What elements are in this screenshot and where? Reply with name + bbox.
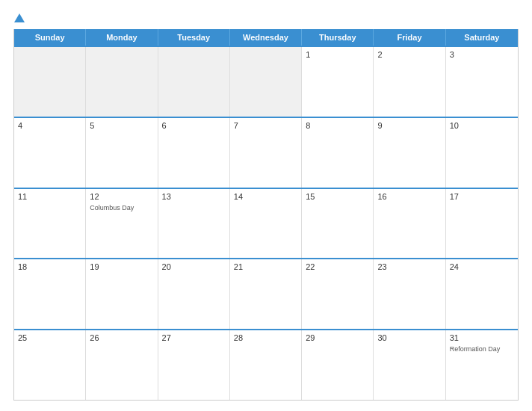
calendar-cell: 16 [374, 189, 445, 259]
day-header-thursday: Thursday [302, 29, 374, 46]
day-number: 21 [234, 262, 297, 271]
calendar-cell: 14 [230, 189, 302, 259]
logo [13, 13, 25, 23]
day-number: 9 [377, 121, 441, 130]
day-number: 5 [90, 121, 153, 130]
day-number: 6 [162, 121, 226, 130]
day-number: 12 [90, 192, 153, 201]
calendar-cell: 25 [14, 330, 86, 400]
day-number: 18 [18, 262, 81, 271]
day-header-saturday: Saturday [446, 29, 518, 46]
day-number: 29 [306, 333, 369, 342]
calendar-cell: 12Columbus Day [86, 189, 158, 259]
calendar-cell: 6 [158, 118, 230, 188]
calendar-cell: 7 [230, 118, 302, 188]
day-number: 10 [450, 121, 514, 130]
calendar-cell: 10 [446, 118, 518, 188]
calendar-cell: 19 [86, 259, 158, 329]
day-number: 4 [18, 121, 81, 130]
day-number: 28 [234, 333, 297, 342]
day-number: 14 [234, 192, 297, 201]
calendar-week-4: 18192021222324 [14, 258, 518, 329]
calendar-week-1: 123 [14, 46, 518, 117]
day-number: 31 [450, 333, 514, 342]
calendar-cell: 11 [14, 189, 86, 259]
calendar-cell: 15 [302, 189, 374, 259]
calendar-cell: 3 [446, 47, 518, 117]
calendar-cell: 31Reformation Day [446, 330, 518, 400]
day-number: 2 [377, 50, 441, 59]
day-number: 27 [162, 333, 226, 342]
day-number: 7 [234, 121, 297, 130]
day-header-wednesday: Wednesday [230, 29, 302, 46]
calendar-cell: 5 [86, 118, 158, 188]
calendar-cell: 2 [374, 47, 445, 117]
day-number: 3 [450, 50, 514, 59]
calendar-cell: 18 [14, 259, 86, 329]
day-number: 17 [450, 192, 514, 201]
calendar-cell: 24 [446, 259, 518, 329]
day-number: 30 [377, 333, 441, 342]
day-number: 25 [18, 333, 81, 342]
day-header-friday: Friday [374, 29, 445, 46]
calendar-cell [158, 47, 230, 117]
calendar-cell: 8 [302, 118, 374, 188]
calendar-week-3: 1112Columbus Day1314151617 [14, 188, 518, 259]
calendar-week-2: 45678910 [14, 117, 518, 188]
holiday-label: Reformation Day [450, 345, 501, 353]
holiday-label: Columbus Day [90, 204, 134, 211]
day-number: 22 [306, 262, 369, 271]
calendar-cell: 21 [230, 259, 302, 329]
day-number: 13 [162, 192, 226, 201]
day-number: 26 [90, 333, 153, 342]
calendar-cell: 27 [158, 330, 230, 400]
calendar-cell: 20 [158, 259, 230, 329]
day-number: 16 [377, 192, 441, 201]
calendar-cell: 1 [302, 47, 374, 117]
day-number: 1 [306, 50, 369, 59]
calendar-cell: 28 [230, 330, 302, 400]
day-header-monday: Monday [86, 29, 158, 46]
header [13, 13, 519, 23]
calendar-body: 123456789101112Columbus Day1314151617181… [14, 46, 518, 400]
calendar-cell: 4 [14, 118, 86, 188]
calendar-page: SundayMondayTuesdayWednesdayThursdayFrid… [0, 0, 532, 411]
calendar-cell: 22 [302, 259, 374, 329]
day-number: 15 [306, 192, 369, 201]
calendar-cell: 29 [302, 330, 374, 400]
day-header-sunday: Sunday [14, 29, 86, 46]
day-number: 11 [18, 192, 81, 201]
calendar-cell [14, 47, 86, 117]
calendar-cell: 9 [374, 118, 445, 188]
calendar-cell: 23 [374, 259, 445, 329]
day-number: 24 [450, 262, 514, 271]
logo-triangle-icon [14, 13, 25, 22]
calendar-week-5: 25262728293031Reformation Day [14, 329, 518, 400]
day-number: 20 [162, 262, 226, 271]
day-number: 19 [90, 262, 153, 271]
calendar-cell: 17 [446, 189, 518, 259]
calendar-grid: SundayMondayTuesdayWednesdayThursdayFrid… [13, 29, 519, 401]
day-header-tuesday: Tuesday [158, 29, 230, 46]
day-number: 23 [377, 262, 441, 271]
calendar-cell: 26 [86, 330, 158, 400]
calendar-header-row: SundayMondayTuesdayWednesdayThursdayFrid… [14, 29, 518, 46]
calendar-cell: 13 [158, 189, 230, 259]
calendar-cell: 30 [374, 330, 445, 400]
day-number: 8 [306, 121, 369, 130]
calendar-cell [86, 47, 158, 117]
calendar-cell [230, 47, 302, 117]
